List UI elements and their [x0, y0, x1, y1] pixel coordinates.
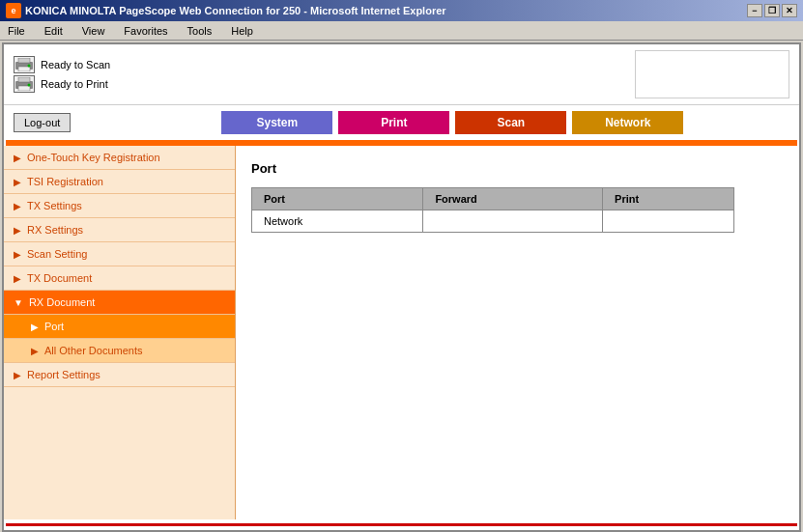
window-title: KONICA MINOLTA PageScope Web Connection … [25, 5, 446, 16]
svg-rect-5 [18, 77, 30, 82]
cell-port-network: Network [252, 210, 423, 233]
nav-row: Log-out System Print Scan Network [4, 105, 799, 140]
content-area: ▶ One-Touch Key Registration ▶ TSI Regis… [4, 146, 799, 519]
arrow-tx-settings: ▶ [14, 201, 21, 211]
arrow-one-touch: ▶ [14, 153, 21, 163]
sidebar-item-tx-settings[interactable]: ▶ TX Settings [4, 194, 235, 218]
print-icon [14, 75, 35, 93]
sidebar-item-tsi[interactable]: ▶ TSI Registration [4, 170, 235, 194]
logout-button[interactable]: Log-out [14, 113, 71, 132]
sidebar-item-one-touch[interactable]: ▶ One-Touch Key Registration [4, 146, 235, 170]
minimize-button[interactable]: − [747, 4, 762, 17]
close-button[interactable]: ✕ [782, 4, 797, 17]
tab-print[interactable]: Print [338, 111, 449, 134]
menu-edit[interactable]: Edit [41, 23, 67, 39]
window-body: Ready to Scan Ready to Print Log-out Sys… [2, 42, 801, 532]
arrow-scan-setting: ▶ [14, 249, 21, 260]
sidebar-item-all-other-docs[interactable]: ▶ All Other Documents [4, 339, 235, 363]
svg-rect-2 [18, 67, 30, 71]
scan-icon [14, 56, 35, 73]
arrow-rx-settings: ▶ [14, 225, 21, 236]
tab-system[interactable]: System [221, 111, 332, 134]
main-content: Port Port Forward Print Network [236, 146, 799, 519]
sidebar-item-scan-setting[interactable]: ▶ Scan Setting [4, 242, 235, 266]
arrow-all-other: ▶ [31, 346, 39, 356]
restore-button[interactable]: ❐ [764, 4, 780, 17]
arrow-tx-document: ▶ [14, 273, 21, 284]
status-display-box [635, 50, 789, 98]
ie-icon: e [6, 3, 21, 18]
svg-point-3 [28, 65, 31, 68]
arrow-rx-document: ▼ [14, 297, 23, 308]
menu-tools[interactable]: Tools [184, 23, 216, 39]
sidebar: ▶ One-Touch Key Registration ▶ TSI Regis… [4, 146, 236, 519]
col-header-forward: Forward [423, 188, 603, 210]
scan-status-row: Ready to Scan [14, 56, 110, 73]
menu-view[interactable]: View [78, 23, 109, 39]
sidebar-item-tx-document[interactable]: ▶ TX Document [4, 266, 235, 291]
sidebar-item-rx-settings[interactable]: ▶ RX Settings [4, 218, 235, 242]
print-status-text: Ready to Print [41, 78, 108, 90]
section-title: Port [251, 161, 784, 176]
bottom-separator [6, 523, 797, 526]
tab-network[interactable]: Network [572, 111, 683, 134]
table-row: Network [252, 210, 734, 233]
tab-scan[interactable]: Scan [455, 111, 566, 134]
cell-print-network [603, 210, 734, 233]
sidebar-item-rx-document[interactable]: ▼ RX Document [4, 291, 235, 315]
menu-favorites[interactable]: Favorites [120, 23, 171, 39]
scan-status-text: Ready to Scan [41, 59, 110, 70]
col-header-print: Print [603, 188, 734, 210]
arrow-port: ▶ [31, 322, 39, 332]
title-bar: e KONICA MINOLTA PageScope Web Connectio… [0, 0, 803, 21]
sidebar-item-report-settings[interactable]: ▶ Report Settings [4, 363, 235, 387]
cell-forward-network [423, 210, 603, 233]
col-header-port: Port [252, 188, 423, 210]
arrow-tsi: ▶ [14, 177, 21, 187]
top-area: Ready to Scan Ready to Print [4, 44, 799, 105]
menu-help[interactable]: Help [227, 23, 257, 39]
title-bar-buttons[interactable]: − ❐ ✕ [747, 4, 797, 17]
svg-rect-1 [18, 58, 30, 63]
svg-point-7 [28, 84, 31, 87]
svg-rect-6 [18, 86, 30, 91]
title-bar-left: e KONICA MINOLTA PageScope Web Connectio… [6, 3, 446, 18]
arrow-report-settings: ▶ [14, 370, 21, 380]
sidebar-item-port[interactable]: ▶ Port [4, 315, 235, 339]
menu-bar: File Edit View Favorites Tools Help [0, 21, 803, 41]
port-table: Port Forward Print Network [251, 187, 734, 233]
status-icons: Ready to Scan Ready to Print [14, 56, 110, 93]
print-status-row: Ready to Print [14, 75, 110, 93]
menu-file[interactable]: File [4, 23, 29, 39]
